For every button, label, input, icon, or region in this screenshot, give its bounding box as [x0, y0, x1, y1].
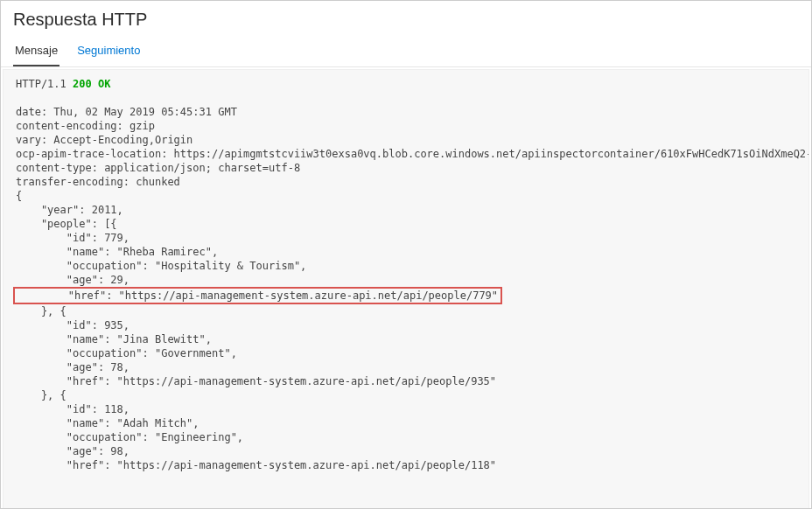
json-p1-name: "name": "Rheba Ramirec",	[16, 246, 218, 258]
http-status: 200 OK	[73, 78, 110, 90]
json-p2-age: "age": 78,	[16, 361, 130, 373]
json-p3-id: "id": 118,	[16, 403, 130, 415]
json-p1-href-highlighted: "href": "https://api-management-system.a…	[13, 287, 502, 304]
tabs-bar: Mensaje Seguimiento	[1, 35, 811, 67]
json-open: {	[16, 190, 22, 202]
json-p3-age: "age": 98,	[16, 445, 130, 457]
header-trace: ocp-apim-trace-location: https://apimgmt…	[16, 148, 809, 160]
header-encoding: content-encoding: gzip	[16, 120, 155, 132]
json-p1-age: "age": 29,	[16, 274, 130, 286]
json-p3-name: "name": "Adah Mitch",	[16, 417, 200, 429]
tab-trace[interactable]: Seguimiento	[75, 35, 142, 66]
http-protocol: HTTP/1.1	[16, 78, 73, 90]
http-response-body: HTTP/1.1 200 OK date: Thu, 02 May 2019 0…	[3, 69, 809, 509]
json-year: "year": 2011,	[16, 204, 123, 216]
json-p2-href: "href": "https://api-management-system.a…	[16, 375, 496, 387]
panel-header: Respuesta HTTP	[1, 1, 811, 35]
panel-title: Respuesta HTTP	[13, 10, 799, 30]
json-p2-id: "id": 935,	[16, 319, 130, 331]
json-p1-id: "id": 779,	[16, 232, 130, 244]
json-p2-occ: "occupation": "Government",	[16, 347, 237, 359]
json-people-open: "people": [{	[16, 218, 117, 230]
json-p3-occ: "occupation": "Engineering",	[16, 431, 243, 443]
json-sep2: }, {	[16, 389, 66, 401]
header-transfer-encoding: transfer-encoding: chunked	[16, 176, 180, 188]
json-p2-name: "name": "Jina Blewitt",	[16, 333, 212, 345]
json-p1-occ: "occupation": "Hospitality & Tourism",	[16, 260, 306, 272]
tab-message[interactable]: Mensaje	[13, 35, 60, 66]
json-p3-href: "href": "https://api-management-system.a…	[16, 459, 496, 471]
header-content-type: content-type: application/json; charset=…	[16, 162, 300, 174]
header-date: date: Thu, 02 May 2019 05:45:31 GMT	[16, 106, 237, 118]
json-sep1: }, {	[16, 305, 66, 317]
header-vary: vary: Accept-Encoding,Origin	[16, 134, 192, 146]
